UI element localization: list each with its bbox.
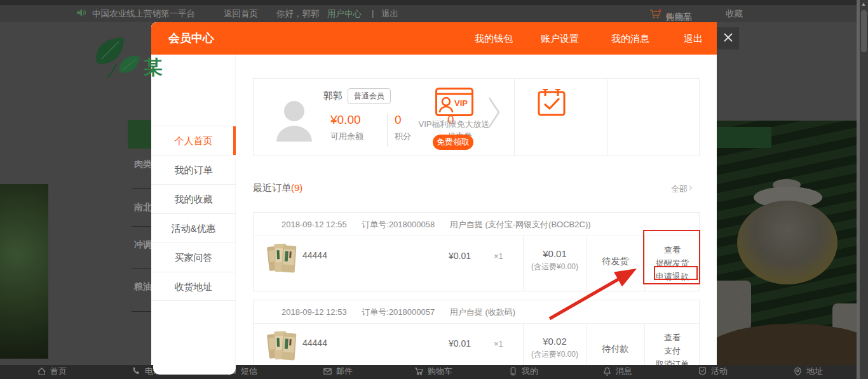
back-home-link[interactable]: 返回首页 bbox=[224, 8, 258, 20]
background-tea-scene bbox=[717, 121, 857, 365]
profile-card: 郭郭 普通会员 ¥0.00 可用余额 0 积分 0 优惠券 bbox=[253, 78, 700, 156]
category-item: 南北 bbox=[134, 202, 151, 213]
stat-label: 可用余额 bbox=[330, 131, 363, 142]
scroll-up-icon[interactable]: ▲ bbox=[861, 1, 866, 7]
unit-price: ¥0.01 bbox=[425, 251, 471, 261]
sidebar-item-promotions[interactable]: 活动&优惠 bbox=[151, 213, 236, 243]
cart-icon[interactable] bbox=[649, 9, 662, 21]
user-center-link[interactable]: 用户中心 bbox=[327, 8, 362, 20]
greeting-text: 你好，郭郭 bbox=[276, 8, 320, 20]
product-thumbnail[interactable] bbox=[266, 240, 297, 277]
bottomnav-label: 我的 bbox=[522, 366, 538, 377]
vip-caption: VIP福利限免大放送 bbox=[407, 119, 501, 130]
view-order-link[interactable]: 查看 bbox=[644, 331, 700, 344]
modal-header: 会员中心 我的钱包 账户设置 我的消息 退出 bbox=[151, 22, 717, 55]
order-header: 2018-09-12 12:55 订单号:2018000058 用户自提 (支付… bbox=[254, 213, 699, 236]
sidebar-item-my-orders[interactable]: 我的订单 bbox=[151, 155, 236, 184]
mail-icon bbox=[323, 367, 332, 376]
category-nav-header bbox=[128, 120, 151, 149]
vip-icon-text: VIP bbox=[454, 98, 468, 108]
background-category-menu: 肉类 南北 冲调 粮油 bbox=[128, 149, 151, 358]
check-in-calendar-icon[interactable] bbox=[505, 88, 598, 119]
bottomnav-label: 地址 bbox=[806, 366, 823, 377]
pay-order-link[interactable]: 支付 bbox=[644, 344, 700, 357]
phone-icon bbox=[132, 367, 141, 376]
recent-orders-count: (9) bbox=[291, 182, 302, 193]
mobile-icon bbox=[508, 367, 518, 376]
topbar-divider: | bbox=[372, 8, 374, 18]
speaker-icon bbox=[76, 8, 86, 20]
order-number: 订单号:2018000057 bbox=[362, 307, 435, 317]
nav-my-wallet[interactable]: 我的钱包 bbox=[475, 22, 513, 55]
stat-balance[interactable]: ¥0.00 可用余额 bbox=[330, 113, 363, 142]
divider bbox=[387, 114, 388, 147]
vip-icon: VIP bbox=[407, 88, 501, 119]
activity-icon bbox=[698, 367, 707, 376]
modal-sidebar: 个人首页 我的订单 我的收藏 活动&优惠 买家问答 收货地址 bbox=[151, 55, 236, 365]
order-number: 订单号:2018000058 bbox=[362, 220, 435, 229]
modal-close-button[interactable] bbox=[717, 27, 739, 50]
order-delivery: 用户自提 (支付宝-网银支付(BOCB2C)) bbox=[450, 220, 591, 229]
bottomnav-activity[interactable]: 活动 bbox=[698, 366, 728, 377]
divider bbox=[132, 188, 151, 189]
modal-bottom-corner bbox=[153, 365, 236, 375]
background-nav-block bbox=[717, 127, 771, 148]
cart-suffix: 件商品 bbox=[666, 11, 692, 23]
bottomnav-cart[interactable]: 购物车 bbox=[414, 366, 452, 377]
bell-icon bbox=[602, 367, 612, 376]
order-datetime: 2018-09-12 12:55 bbox=[281, 220, 347, 229]
order-actions: 查看 支付 取消订单 bbox=[644, 324, 700, 365]
sidebar-item-my-favorites[interactable]: 我的收藏 bbox=[151, 184, 236, 213]
logout-link[interactable]: 退出 bbox=[381, 8, 398, 20]
background-photo-left bbox=[0, 184, 48, 359]
bottomnav-label: 活动 bbox=[711, 366, 728, 377]
product-name[interactable]: 44444 bbox=[302, 250, 327, 260]
sidebar-item-buyer-qa[interactable]: 买家问答 bbox=[151, 243, 236, 272]
order-total-cell: ¥0.02 (含运费¥0.00) bbox=[523, 324, 587, 360]
site-logo-text: 某 bbox=[144, 55, 163, 81]
member-level-badge: 普通会员 bbox=[348, 88, 391, 104]
stat-value: ¥0.00 bbox=[330, 113, 363, 127]
sidebar-item-personal-home[interactable]: 个人首页 bbox=[151, 126, 236, 155]
recent-orders-label: 最近订单 bbox=[253, 182, 291, 193]
cart-icon bbox=[414, 367, 424, 376]
bottomnav-label: 购物车 bbox=[428, 366, 452, 377]
nav-logout[interactable]: 退出 bbox=[684, 22, 703, 55]
favorites-link[interactable]: 收藏 bbox=[726, 8, 743, 20]
sidebar-item-shipping-address[interactable]: 收货地址 bbox=[151, 272, 236, 301]
divider bbox=[132, 226, 151, 227]
bottomnav-label: 消息 bbox=[616, 366, 632, 377]
bottomnav-label: 首页 bbox=[50, 366, 67, 377]
order-total: ¥0.01 bbox=[523, 248, 587, 259]
nav-account-settings[interactable]: 账户设置 bbox=[541, 22, 579, 55]
scrollbar-thumb[interactable] bbox=[861, 10, 867, 52]
annotation-box-refund bbox=[654, 266, 698, 280]
home-icon bbox=[37, 367, 46, 376]
bottomnav-mine[interactable]: 我的 bbox=[508, 366, 538, 377]
modal-title: 会员中心 bbox=[168, 22, 214, 55]
bottomnav-address[interactable]: 地址 bbox=[793, 366, 823, 377]
order-status: 待付款 bbox=[587, 343, 644, 355]
bottomnav-label: 邮件 bbox=[336, 366, 353, 377]
scrollbar[interactable]: ▲ bbox=[860, 0, 868, 379]
user-name: 郭郭 bbox=[323, 90, 342, 102]
product-thumbnail[interactable] bbox=[266, 328, 297, 364]
bottomnav-home[interactable]: 首页 bbox=[37, 366, 67, 377]
annotation-arrow bbox=[537, 260, 645, 326]
divider bbox=[607, 79, 608, 156]
vip-claim-button[interactable]: 免费领取 bbox=[433, 135, 473, 150]
order-total: ¥0.02 bbox=[523, 336, 587, 347]
page-topbar: 中国农业线上营销第一平台 返回首页 你好，郭郭 用户中心 | 退出 购物车 0 … bbox=[0, 5, 868, 22]
product-name[interactable]: 44444 bbox=[302, 338, 327, 348]
category-item: 肉类 bbox=[134, 159, 151, 170]
category-item: 冲调 bbox=[134, 239, 151, 251]
avatar bbox=[275, 100, 313, 144]
quantity: ×1 bbox=[494, 339, 503, 349]
nav-my-messages[interactable]: 我的消息 bbox=[611, 22, 649, 55]
bottomnav-mail[interactable]: 邮件 bbox=[323, 366, 353, 377]
bottomnav-label: 短信 bbox=[241, 366, 257, 377]
cancel-order-link[interactable]: 取消订单 bbox=[644, 357, 700, 365]
quantity: ×1 bbox=[494, 251, 503, 261]
bottomnav-messages[interactable]: 消息 bbox=[602, 366, 632, 377]
all-orders-link[interactable]: 全部 bbox=[671, 183, 688, 195]
